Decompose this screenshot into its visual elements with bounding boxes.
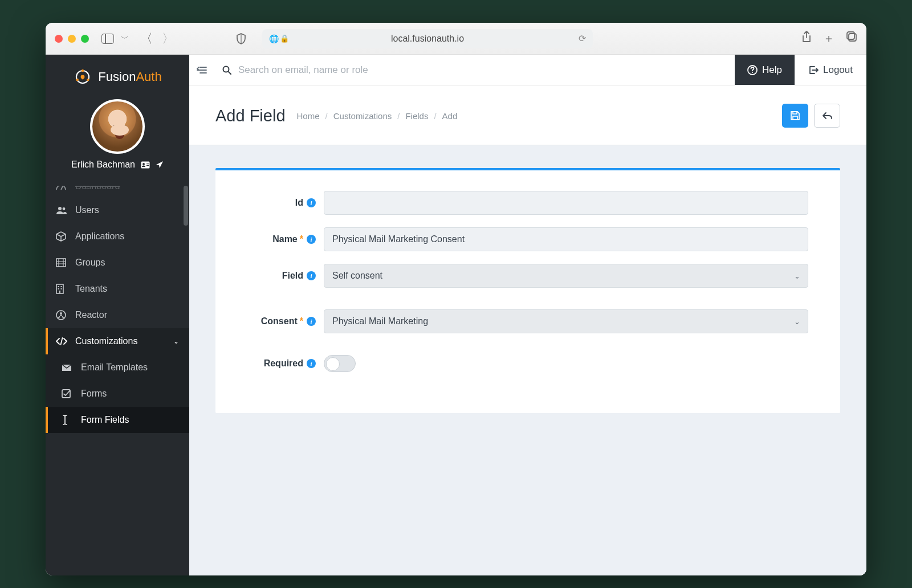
page-title: Add Field <box>215 107 286 125</box>
sidebar-item-label: Tenants <box>75 284 107 294</box>
header-actions <box>782 104 840 128</box>
close-window-icon[interactable] <box>55 35 63 43</box>
breadcrumb-item[interactable]: Home <box>297 111 320 121</box>
sidebar-item-label: Customizations <box>75 336 137 346</box>
row-required: Required i <box>238 355 808 372</box>
sidebar-item-label: Dashboard <box>75 186 120 191</box>
save-button[interactable] <box>782 104 808 128</box>
search-icon <box>222 66 231 75</box>
info-icon[interactable]: i <box>307 198 316 207</box>
sidebar-item-label: Reactor <box>75 310 107 320</box>
info-icon[interactable]: i <box>307 317 316 326</box>
svg-rect-0 <box>849 34 856 41</box>
globe-icon: 🌐 <box>269 34 279 43</box>
svg-point-13 <box>63 207 66 210</box>
code-icon <box>56 337 67 345</box>
svg-rect-17 <box>61 286 62 287</box>
breadcrumb-item[interactable]: Customizations <box>333 111 392 121</box>
id-field[interactable] <box>324 191 808 215</box>
consent-select[interactable] <box>324 309 808 333</box>
sidebar-item-reactor[interactable]: Reactor <box>46 302 189 328</box>
sidebar-item-applications[interactable]: Applications <box>46 223 189 250</box>
sidebar-item-label: Users <box>75 205 99 215</box>
back-button[interactable] <box>814 104 840 128</box>
avatar <box>90 99 145 154</box>
sidebar-item-groups[interactable]: Groups <box>46 250 189 276</box>
breadcrumb-item: Add <box>442 111 458 121</box>
maximize-window-icon[interactable] <box>81 35 89 43</box>
row-id: Id i <box>238 191 808 215</box>
help-button[interactable]: Help <box>735 55 795 85</box>
groups-icon <box>56 258 67 267</box>
sidebar-item-dashboard[interactable]: Dashboard <box>46 186 189 197</box>
forward-icon[interactable]: 〉 <box>162 30 174 47</box>
sidebar-subitem-email-templates[interactable]: Email Templates <box>46 354 189 381</box>
url-text: local.fusionauth.io <box>391 34 464 44</box>
chevron-down-icon: ⌄ <box>173 337 179 345</box>
sidebar-item-customizations[interactable]: Customizations ⌄ <box>46 328 189 354</box>
reactor-icon <box>56 310 67 320</box>
browser-sidebar-icon[interactable] <box>101 34 114 44</box>
chrome-right-actions: ＋ <box>801 31 857 46</box>
privacy-shield-icon[interactable] <box>236 33 246 44</box>
label-consent: Consent* i <box>238 316 324 326</box>
reply-icon <box>822 111 832 120</box>
sidebar-item-label: Groups <box>75 258 105 268</box>
share-icon[interactable] <box>801 31 812 46</box>
required-toggle[interactable] <box>324 355 356 372</box>
label-name: Name* i <box>238 234 324 244</box>
sidebar: FusionAuth Erlich Bachman <box>46 55 189 575</box>
tabs-icon[interactable] <box>846 31 857 46</box>
envelope-icon <box>62 364 73 371</box>
svg-point-27 <box>752 72 753 73</box>
minimize-window-icon[interactable] <box>68 35 76 43</box>
check-square-icon <box>62 389 73 398</box>
svg-rect-11 <box>146 165 149 166</box>
svg-rect-7 <box>82 77 83 79</box>
label-id: Id i <box>238 198 324 208</box>
logout-label: Logout <box>823 64 853 76</box>
url-bar[interactable]: 🌐 🔒 local.fusionauth.io ⟳ <box>262 29 593 48</box>
svg-rect-19 <box>61 288 62 289</box>
browser-chrome: ﹀ 〈 〉 🌐 🔒 local.fusionauth.io ⟳ ＋ <box>46 23 866 55</box>
vcard-icon[interactable] <box>141 161 150 169</box>
users-icon <box>56 206 67 215</box>
brand-text: FusionAuth <box>98 70 161 84</box>
chevron-down-icon[interactable]: ﹀ <box>121 34 129 44</box>
new-tab-icon[interactable]: ＋ <box>823 31 834 46</box>
sidebar-item-users[interactable]: Users <box>46 197 189 223</box>
cube-icon <box>56 231 67 242</box>
location-arrow-icon[interactable] <box>156 161 164 169</box>
svg-rect-16 <box>58 286 59 287</box>
sidebar-subitem-form-fields[interactable]: Form Fields <box>46 407 189 433</box>
traffic-lights <box>55 35 89 43</box>
search-input[interactable] <box>238 64 466 76</box>
svg-point-3 <box>82 70 84 72</box>
user-profile[interactable]: Erlich Bachman <box>46 99 189 178</box>
menu-collapse-icon[interactable] <box>189 55 214 85</box>
logout-button[interactable]: Logout <box>795 55 866 85</box>
svg-point-25 <box>223 66 229 72</box>
sidebar-item-tenants[interactable]: Tenants <box>46 276 189 302</box>
building-icon <box>56 284 67 294</box>
form-panel: Id i Name* i <box>215 168 840 413</box>
sidebar-subitem-forms[interactable]: Forms <box>46 381 189 407</box>
brand-logo[interactable]: FusionAuth <box>46 55 189 99</box>
svg-point-9 <box>142 163 145 165</box>
field-select[interactable] <box>324 264 808 288</box>
sidebar-item-label: Forms <box>81 389 107 399</box>
fusionauth-logo-icon <box>73 67 92 87</box>
sidebar-item-label: Form Fields <box>81 415 129 425</box>
topbar: Help Logout <box>189 55 866 85</box>
back-icon[interactable]: 〈 <box>140 30 153 47</box>
breadcrumb-item[interactable]: Fields <box>405 111 428 121</box>
name-field[interactable] <box>324 227 808 251</box>
logout-icon <box>808 66 819 75</box>
svg-point-5 <box>76 79 79 81</box>
info-icon[interactable]: i <box>307 235 316 244</box>
info-icon[interactable]: i <box>307 271 316 280</box>
info-icon[interactable]: i <box>307 359 316 368</box>
reload-icon[interactable]: ⟳ <box>579 33 586 44</box>
row-consent: Consent* i ⌄ <box>238 309 808 333</box>
username: Erlich Bachman <box>71 160 135 170</box>
